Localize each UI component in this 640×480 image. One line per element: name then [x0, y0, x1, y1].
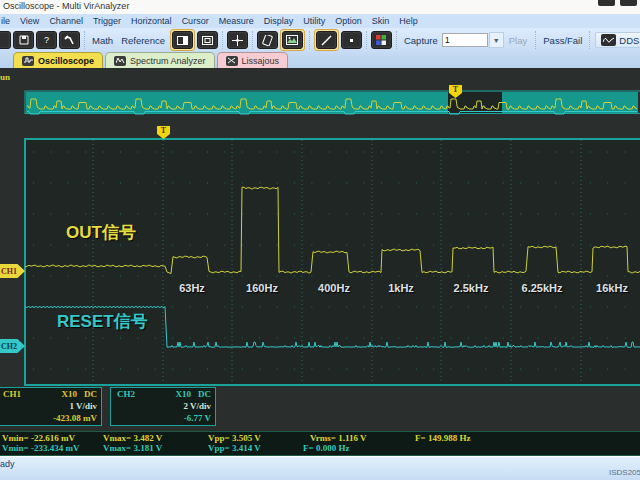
menu-item-help[interactable]: Help: [394, 16, 423, 26]
capture-label: Capture: [400, 35, 442, 46]
math-button[interactable]: Math: [88, 35, 117, 46]
status-bar: ady ISDS205: [0, 456, 640, 480]
split-panel-icon[interactable]: [172, 31, 193, 49]
menu-item-skin[interactable]: Skin: [367, 16, 395, 26]
menu-item-display[interactable]: Display: [259, 16, 299, 26]
toolbar-separator: [366, 31, 367, 49]
ch1-offset: -423.08 mV: [0, 413, 101, 425]
run-indicator: un: [0, 72, 10, 82]
tab-bar: Oscilloscope Spectrum Analyzer Lissajous: [0, 52, 640, 68]
help-icon[interactable]: ?: [36, 31, 57, 49]
freq-label: 160Hz: [246, 282, 278, 294]
freq-label: 2.5kHz: [454, 282, 489, 294]
menu-item-view[interactable]: View: [15, 16, 44, 26]
freq-label: 16kHz: [596, 282, 628, 294]
save-icon[interactable]: [13, 31, 34, 49]
freq-label: 6.25kHz: [522, 282, 563, 294]
ch2-measurements-row: Vmin= -233.434 mV Vmax= 3.181 V Vpp= 3.4…: [0, 443, 640, 454]
dot-style-icon[interactable]: [341, 31, 362, 49]
capture-input[interactable]: [442, 33, 488, 47]
ch2-vmin: Vmin= -233.434 mV: [2, 443, 79, 453]
phosphor-display-icon[interactable]: [257, 31, 278, 49]
ch1-probe: X10: [62, 389, 78, 401]
spectrum-icon: [114, 56, 126, 66]
menu-item-trigger[interactable]: Trigger: [88, 16, 126, 26]
ch2-scale: 2 V/div: [111, 401, 215, 413]
dds-waveform-icon: [601, 34, 616, 46]
ch1-freq: F= 149.988 Hz: [415, 433, 470, 443]
measurements-panel: Vmin= -22.616 mV Vmax= 3.482 V Vpp= 3.50…: [0, 431, 640, 456]
ch1-info-panel[interactable]: CH1 X10 DC 1 V/div -423.08 mV: [0, 387, 102, 426]
ch1-vmin: Vmin= -22.616 mV: [2, 433, 75, 443]
dds-label: DDS: [619, 35, 639, 46]
menu-item-utility[interactable]: Utility: [298, 16, 330, 26]
ch1-vmax: Vmax= 3.482 V: [103, 433, 162, 443]
connect-icon[interactable]: [0, 31, 11, 49]
tab-lissajous[interactable]: Lissajous: [217, 52, 289, 68]
color-settings-icon[interactable]: [371, 31, 392, 49]
app-window: Oscilloscope - Multi VirAnalyzer ile Vie…: [0, 0, 640, 480]
toolbar-separator: [396, 31, 397, 49]
ch1-name: CH1: [3, 389, 21, 401]
ch2-offset: -6.77 V: [111, 413, 215, 425]
toolbar-separator: [589, 31, 590, 49]
play-button[interactable]: Play: [504, 35, 532, 46]
ch2-info-panel[interactable]: CH2 X10 DC 2 V/div -6.77 V: [110, 387, 216, 426]
ch1-vrms: Vrms= 1.116 V: [310, 433, 367, 443]
menu-item-horizontal[interactable]: Horizontal: [126, 16, 177, 26]
scope-workspace: un T T CH1 CH2 OUT信号 RESET信号 63Hz160Hz40…: [0, 68, 640, 456]
pass-fail-button[interactable]: Pass/Fail: [539, 35, 586, 46]
toolbar-separator: [252, 31, 253, 49]
waveform-overview-strip[interactable]: [25, 91, 640, 114]
capture-combo[interactable]: ▼: [442, 32, 504, 48]
freq-label: 1kHz: [388, 282, 414, 294]
menu-item-cursor[interactable]: Cursor: [177, 16, 214, 26]
ch2-vpp: Vpp= 3.414 V: [208, 443, 261, 453]
ch2-probe: X10: [176, 389, 192, 401]
toolbar: ? Math Reference: [0, 28, 640, 52]
reset-signal-annotation: RESET信号: [57, 310, 148, 333]
freq-label: 63Hz: [179, 282, 205, 294]
oscilloscope-icon: [22, 56, 34, 66]
lissajous-icon: [226, 56, 238, 66]
ch2-freq: F= 0.000 Hz: [303, 443, 349, 453]
out-signal-annotation: OUT信号: [66, 221, 136, 244]
tab-label: Lissajous: [242, 56, 280, 66]
ch2-vmax: Vmax= 3.181 V: [103, 443, 162, 453]
tab-label: Oscilloscope: [38, 56, 94, 66]
window-control-icon[interactable]: [598, 0, 615, 6]
dds-button[interactable]: DDS: [595, 32, 640, 48]
toolbar-separator: [535, 31, 536, 49]
toolbar-separator: [222, 31, 223, 49]
fullscreen-icon[interactable]: [197, 31, 218, 49]
title-bar: Oscilloscope - Multi VirAnalyzer: [0, 0, 640, 14]
window-title: Oscilloscope - Multi VirAnalyzer: [3, 1, 129, 11]
status-text: ady: [0, 459, 15, 469]
menu-item-channel[interactable]: Channel: [44, 16, 88, 26]
ch2-name: CH2: [117, 389, 135, 401]
tab-oscilloscope[interactable]: Oscilloscope: [13, 52, 103, 68]
menu-item-option[interactable]: Option: [330, 16, 367, 26]
menu-bar: ile View Channel Trigger Horizontal Curs…: [0, 14, 640, 28]
line-style-icon[interactable]: [316, 31, 337, 49]
screenshot-icon[interactable]: [282, 31, 303, 49]
toolbar-separator: [84, 31, 85, 49]
tab-spectrum-analyzer[interactable]: Spectrum Analyzer: [105, 52, 215, 68]
toolbar-separator: [309, 31, 310, 49]
tab-label: Spectrum Analyzer: [130, 56, 206, 66]
freq-label: 400Hz: [318, 282, 350, 294]
chevron-down-icon[interactable]: ▼: [489, 32, 504, 48]
tools-icon[interactable]: [59, 31, 80, 49]
menu-item-measure[interactable]: Measure: [214, 16, 259, 26]
crosshair-icon[interactable]: [227, 31, 248, 49]
ch1-vpp: Vpp= 3.505 V: [208, 433, 261, 443]
menu-item-file[interactable]: ile: [0, 16, 15, 26]
device-model-text: ISDS205: [609, 468, 640, 477]
ch2-coupling: DC: [198, 389, 211, 401]
scope-display-area[interactable]: [25, 139, 640, 385]
reference-button[interactable]: Reference: [117, 35, 169, 46]
ch1-scale: 1 V/div: [0, 401, 101, 413]
ch1-coupling: DC: [84, 389, 97, 401]
window-control-icon[interactable]: [620, 0, 637, 6]
